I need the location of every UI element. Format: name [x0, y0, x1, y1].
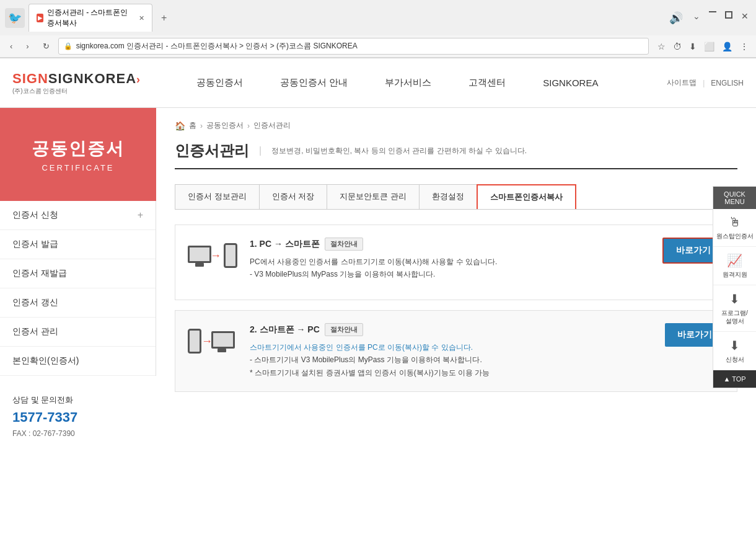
section2-desc3: * 스마트기기내 설치된 증권사별 앱의 인증서 이동(복사)기능도 이용 가능	[250, 367, 653, 379]
pc2-stand	[218, 349, 226, 352]
section1-badge[interactable]: 절차안내	[325, 238, 363, 251]
sidebar-item-apply[interactable]: 인증서 신청 +	[0, 201, 156, 230]
volume-icon[interactable]: 🔊	[666, 11, 687, 25]
tab-settings[interactable]: 환경설정	[419, 184, 477, 209]
back-button[interactable]: ‹	[5, 39, 17, 53]
quick-menu-title: QUICK MENU	[713, 187, 756, 209]
nav-item-gongdong-annaee[interactable]: 공동인증서 안내	[262, 58, 366, 108]
nav-divider: |	[703, 79, 705, 87]
section2-badge[interactable]: 절차안내	[325, 323, 363, 336]
toolbar-icons: ☆ ⏱ ⬇ ⬜ 👤 ⋮	[655, 40, 751, 53]
window-controls: 🔊 ⌄ ✕	[666, 11, 751, 25]
close-window-button[interactable]: ✕	[739, 11, 751, 25]
menu-button[interactable]: ⋮	[737, 40, 751, 53]
sidebar-item-identity-label: 본인확인(인증서)	[12, 355, 79, 367]
page-desc: 정보변경, 비밀번호확인, 복사 등의 인증서 관리를 간편하게 하실 수 있습…	[271, 146, 527, 156]
chevron-down-icon[interactable]: ⌄	[690, 11, 703, 25]
header-divider: |	[259, 145, 262, 156]
sitemap-link[interactable]: 사이트맵	[667, 78, 697, 88]
refresh-button[interactable]: ↻	[38, 39, 55, 53]
transfer-icon-pc-phone: →	[188, 241, 237, 284]
sidebar-item-renew[interactable]: 인증서 갱신	[0, 288, 156, 318]
quick-menu-remote[interactable]: 📈 원격지원	[713, 247, 756, 285]
minimize-button[interactable]	[709, 11, 716, 12]
section-pc-to-phone-icon: →	[188, 238, 237, 287]
logo-korea: SIGNKOREA	[48, 71, 136, 86]
tab-favicon: ▶	[37, 14, 43, 22]
pc-icon	[188, 246, 211, 263]
contact-number: 1577-7337	[12, 409, 144, 425]
tab-fingerprint[interactable]: 지문보안토큰 관리	[327, 184, 420, 209]
page-header: 인증서관리 | 정보변경, 비밀번호확인, 복사 등의 인증서 관리를 간편하게…	[175, 141, 737, 169]
site-wrapper: SIGNSIGNKOREA› (주)코스콤 인증센터 공동인증서 공동인증서 안…	[0, 58, 756, 480]
sidebar-item-manage[interactable]: 인증서 관리	[0, 318, 156, 347]
transfer-icon-phone-pc: →	[188, 326, 237, 370]
sidebar-item-reissue[interactable]: 인증서 재발급	[0, 259, 156, 288]
content-wrapper: 공동인증서 CERTIFICATE 인증서 신청 + 인증서 발급 인증서 재발…	[0, 108, 756, 480]
browser-titlebar: 🐦 ▶ 인증서관리 - 스마트폰인증서복사 ✕ + 🔊 ⌄ ✕	[0, 0, 756, 35]
chart-icon: 📈	[727, 253, 742, 268]
phone2-icon	[188, 329, 201, 354]
section2-desc2: - 스마트기기내 V3 MobilePlus의 MyPass 기능을 이용하여 …	[250, 354, 653, 366]
phone-icon	[224, 243, 237, 268]
sidebar-item-issue[interactable]: 인증서 발급	[0, 230, 156, 259]
home-icon: 🏠	[175, 121, 185, 131]
logo-chevron-icon: ›	[136, 73, 141, 86]
download-program-icon: ⬇	[729, 292, 740, 306]
nav-right: 사이트맵 | ENGLISH	[667, 78, 744, 88]
sidebar-item-renew-label: 인증서 갱신	[12, 297, 58, 308]
tab-smartphone-copy[interactable]: 스마트폰인증서복사	[477, 184, 576, 209]
quick-menu-form[interactable]: ⬇ 신청서	[713, 332, 756, 370]
maximize-button[interactable]	[725, 11, 732, 19]
tab-bar: 인증서 정보관리 인증서 저장 지문보안토큰 관리 환경설정 스마트폰인증서복사	[175, 184, 737, 210]
sidebar-contact: 상담 및 문의전화 1577-7337 FAX : 02-767-7390	[0, 382, 156, 450]
address-bar[interactable]: 🔒 signkorea.com 인증서관리 - 스마트폰인증서복사 > 인증서 …	[58, 38, 649, 55]
contact-fax: FAX : 02-767-7390	[12, 429, 144, 438]
sidebar-sub-title: CERTIFICATE	[42, 163, 114, 172]
quick-menu-program[interactable]: ⬇ 프로그램/설명서	[713, 285, 756, 332]
download-button[interactable]: ⬇	[687, 40, 699, 53]
screenshot-button[interactable]: ⬜	[701, 40, 717, 53]
section1-title-text: 1. PC → 스마트폰	[250, 239, 320, 250]
section-phone-to-pc-icon: →	[188, 323, 237, 373]
quick-menu-onestop-label: 원스탑인증서	[716, 232, 754, 240]
section2-title: 2. 스마트폰 → PC 절차안내	[250, 323, 653, 336]
plus-icon: +	[138, 210, 143, 221]
logo-sub: (주)코스콤 인증센터	[12, 87, 141, 96]
history-button[interactable]: ⏱	[670, 40, 684, 53]
sidebar-item-identity[interactable]: 본인확인(인증서)	[0, 347, 156, 376]
breadcrumb-item1: 공동인증서	[206, 120, 244, 131]
sidebar-main-title: 공동인증서	[32, 137, 125, 161]
tab-close-button[interactable]: ✕	[139, 14, 144, 22]
section1-desc2: - V3 MobilePlus의 MyPass 기능을 이용하여 복사합니다.	[250, 268, 650, 280]
mouse-icon: 🖱	[729, 215, 741, 229]
breadcrumb-sep1: ›	[200, 122, 203, 130]
quick-menu-top-button[interactable]: ▲ TOP	[713, 370, 756, 388]
forward-button[interactable]: ›	[21, 39, 33, 53]
tab-info[interactable]: 인증서 정보관리	[175, 184, 260, 209]
browser-controls: ‹ › ↻ 🔒 signkorea.com 인증서관리 - 스마트폰인증서복사 …	[0, 35, 756, 58]
breadcrumb-sep2: ›	[247, 122, 250, 130]
url-text: signkorea.com 인증서관리 - 스마트폰인증서복사 > 인증서 > …	[76, 41, 358, 51]
quick-menu-onestop[interactable]: 🖱 원스탑인증서	[713, 209, 756, 247]
main-nav: 공동인증서 공동인증서 안내 부가서비스 고객센터 SIGNKOREA	[178, 58, 667, 108]
download-form-icon: ⬇	[729, 338, 740, 353]
sidebar-item-manage-label: 인증서 관리	[12, 326, 58, 337]
browser-tab-active[interactable]: ▶ 인증서관리 - 스마트폰인증서복사 ✕	[29, 4, 152, 32]
nav-item-gokaek[interactable]: 고객센터	[450, 58, 524, 108]
quick-menu: QUICK MENU 🖱 원스탑인증서 📈 원격지원 ⬇ 프로그램/설명서 ⬇ …	[713, 186, 756, 388]
english-link[interactable]: ENGLISH	[711, 79, 744, 87]
bookmark-button[interactable]: ☆	[655, 40, 668, 53]
sidebar-item-apply-label: 인증서 신청	[12, 210, 58, 221]
nav-item-signkorea[interactable]: SIGNKOREA	[524, 58, 617, 108]
section1-title: 1. PC → 스마트폰 절차안내	[250, 238, 650, 251]
nav-item-gongdong[interactable]: 공동인증서	[178, 58, 262, 108]
nav-item-buga[interactable]: 부가서비스	[366, 58, 450, 108]
section2-desc1-highlight: 스마트기기에서 사용중인 인증서를 PC로 이동(복사)할 수 있습니다.	[250, 343, 473, 352]
main-content: 🏠 홈 › 공동인증서 › 인증서관리 인증서관리 | 정보변경, 비밀번호확인…	[156, 108, 756, 480]
quick-menu-remote-label: 원격지원	[723, 270, 747, 278]
tab-save[interactable]: 인증서 저장	[259, 184, 328, 209]
contact-title: 상담 및 문의전화	[12, 394, 144, 406]
profile-button[interactable]: 👤	[719, 40, 735, 53]
new-tab-button[interactable]: +	[156, 11, 172, 25]
